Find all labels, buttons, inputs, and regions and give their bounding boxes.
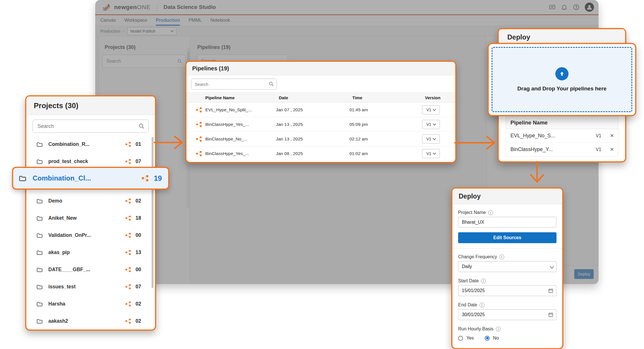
radio-no-label[interactable]: No — [493, 336, 499, 341]
pipeline-tree-icon — [126, 233, 131, 238]
folder-icon — [36, 141, 43, 148]
folder-icon — [36, 197, 43, 205]
info-icon — [488, 210, 493, 215]
selected-pipelines-header: Pipeline Name — [506, 117, 618, 129]
info-icon — [481, 279, 486, 283]
pipeline-row[interactable]: BinClassHype_Yes_... Jan 13 , 2025 05:09… — [186, 117, 455, 132]
remove-pipeline-icon[interactable] — [610, 146, 614, 152]
project-name-label: Project Name — [458, 210, 556, 215]
folder-icon — [36, 215, 43, 222]
project-row[interactable]: Harsha 02 — [26, 295, 155, 312]
pipeline-tree-icon — [126, 142, 131, 147]
search-icon — [269, 81, 274, 87]
pipeline-tree-icon — [126, 159, 131, 164]
pipeline-dropzone[interactable]: Drag and Drop Your pipelines here — [492, 47, 632, 112]
start-date-label: Start Date — [458, 278, 556, 283]
project-row-selected[interactable]: Combination_Cl... 19 — [12, 167, 169, 190]
screen: newgenONE Data Science Studio — [0, 0, 644, 349]
pipeline-count: 19 — [154, 174, 162, 183]
folder-icon — [36, 318, 43, 325]
change-frequency-select[interactable] — [458, 261, 556, 272]
radio-yes[interactable] — [458, 336, 463, 341]
version-dropdown[interactable]: V1 — [422, 105, 440, 114]
edit-sources-button[interactable]: Edit Sources — [458, 232, 556, 243]
folder-icon — [36, 232, 43, 239]
change-frequency-label: Change Frequency — [458, 254, 556, 259]
pipeline-count: 07 — [136, 284, 148, 290]
pipelines-search[interactable] — [191, 79, 277, 90]
pipeline-count: 01 — [136, 141, 148, 147]
pipeline-tree-icon — [126, 215, 131, 221]
upload-icon — [555, 67, 569, 80]
pipeline-tree-icon — [196, 136, 202, 142]
calendar-icon — [548, 288, 553, 293]
pipeline-version: V1 — [596, 133, 601, 138]
run-hourly-options: Yes No — [458, 336, 556, 341]
projects-scrollbar[interactable] — [152, 137, 154, 288]
pipelines-table-header: Pipeline Name Date Time Version — [186, 92, 455, 103]
pipeline-tree-icon — [126, 301, 131, 307]
run-hourly-label: Run Hourly Basis — [458, 326, 556, 332]
start-date-field[interactable] — [458, 285, 556, 296]
remove-pipeline-icon[interactable] — [610, 133, 614, 139]
search-icon — [138, 123, 145, 129]
pipeline-row[interactable]: BinClassHype_Yes_... Jan 08 , 2025 01:02… — [186, 146, 455, 161]
end-date-field[interactable] — [458, 309, 556, 320]
pipeline-tree-icon — [126, 250, 131, 255]
chevron-down-icon — [433, 122, 436, 125]
selected-pipelines-table: Pipeline Name EVL_Hype_No_S... V1 BinCla… — [506, 116, 618, 156]
radio-yes-label[interactable]: Yes — [466, 336, 474, 341]
project-row[interactable]: Aniket_New 18 — [26, 209, 155, 227]
selected-pipeline-row[interactable]: BinClassHype_Y... V1 — [506, 143, 618, 156]
info-icon — [496, 327, 501, 332]
radio-no[interactable] — [485, 336, 490, 341]
project-row[interactable]: DATE____GBF_... 00 — [26, 261, 155, 278]
deploy-panel-title: Deploy — [499, 33, 530, 41]
chevron-down-icon — [433, 137, 436, 140]
pipeline-tree-icon — [126, 198, 131, 204]
pipeline-count: 02 — [136, 198, 148, 204]
form-divider — [452, 248, 562, 249]
pipeline-count: 18 — [136, 215, 148, 221]
selected-pipeline-row[interactable]: EVL_Hype_No_S... V1 — [506, 129, 618, 143]
projects-popup-title: Projects (30) — [26, 101, 78, 110]
version-dropdown[interactable]: V1 — [422, 149, 440, 158]
pipeline-tree-icon — [196, 122, 202, 127]
project-row[interactable]: aakash2 02 — [26, 312, 155, 330]
pipeline-row[interactable]: BinClassHype_No_... Jan 13 , 2025 02:12 … — [186, 132, 455, 146]
pipeline-tree-icon — [126, 267, 131, 272]
pipelines-popup: Pipelines (19) Pipeline Name Date Time V… — [185, 61, 456, 163]
folder-icon — [36, 283, 43, 290]
pipeline-count: 02 — [136, 318, 148, 324]
dropzone-popup: Drag and Drop Your pipelines here — [488, 43, 636, 116]
version-dropdown[interactable]: V1 — [422, 134, 440, 144]
deploy-form-popup: Deploy Project Name Edit Sources Change … — [451, 187, 563, 349]
projects-list: Combination_R... 01 prod_test_check 07 D… — [26, 136, 155, 330]
project-row[interactable]: issues_test 07 — [26, 278, 155, 295]
folder-icon — [36, 158, 43, 165]
version-dropdown[interactable]: V1 — [422, 120, 440, 129]
pipeline-row[interactable]: EVL_Hype_No_Split_... Jan 07 , 2025 01:4… — [186, 103, 455, 117]
chevron-down-icon — [433, 108, 436, 111]
pipeline-tree-icon — [196, 107, 202, 113]
pipeline-tree-icon — [142, 175, 149, 182]
chevron-down-icon — [433, 151, 436, 154]
pipeline-count: 13 — [136, 249, 148, 255]
pipeline-tree-icon — [196, 151, 202, 156]
project-row[interactable]: Combination_R... 01 — [26, 136, 155, 153]
project-name-field[interactable] — [458, 217, 556, 228]
pipeline-count: 02 — [136, 301, 148, 307]
calendar-icon — [548, 312, 553, 317]
pipeline-tree-icon — [126, 318, 131, 324]
project-row[interactable]: Validation_OnPr... 00 — [26, 227, 155, 244]
project-row[interactable]: Demo 02 — [26, 192, 155, 209]
info-icon — [480, 303, 484, 308]
info-icon — [499, 255, 504, 259]
pipeline-tree-icon — [126, 284, 131, 289]
project-row[interactable]: akas_pip 13 — [26, 244, 155, 261]
folder-icon — [36, 300, 43, 308]
folder-icon — [36, 249, 43, 256]
folder-icon — [18, 174, 27, 183]
dropzone-text: Drag and Drop Your pipelines here — [517, 86, 607, 92]
projects-search[interactable] — [33, 120, 149, 133]
